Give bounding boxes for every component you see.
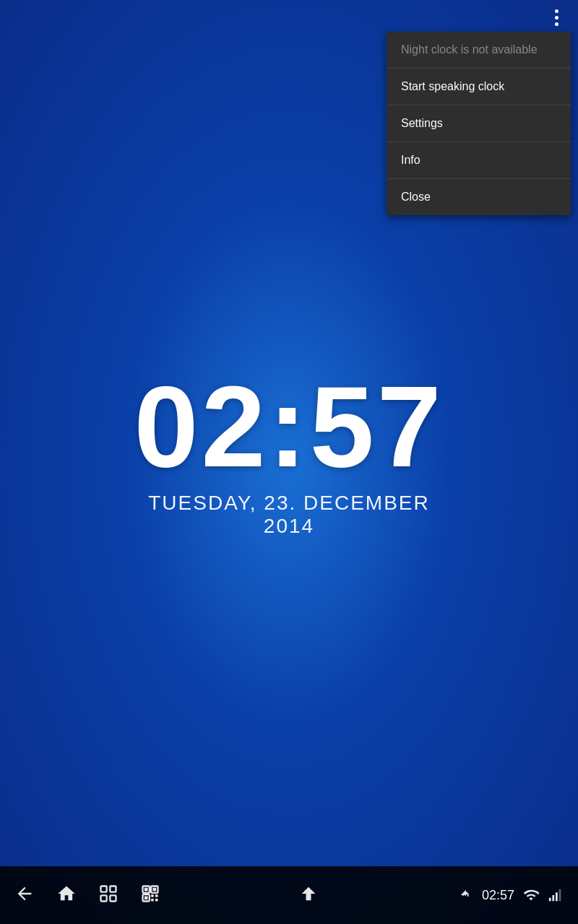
clock-time: 02:57 — [134, 369, 444, 484]
qr-button[interactable] — [140, 884, 160, 907]
svg-rect-11 — [155, 894, 158, 897]
svg-rect-13 — [155, 899, 158, 902]
nav-center-group — [298, 884, 319, 907]
svg-rect-3 — [110, 895, 116, 901]
home-button[interactable] — [56, 884, 77, 907]
menu-item-settings[interactable]: Settings — [387, 105, 571, 142]
up-arrow-icon — [298, 884, 319, 904]
back-arrow-icon — [14, 884, 35, 904]
navigation-bar: 02:57 — [0, 866, 578, 924]
up-button[interactable] — [298, 884, 319, 907]
menu-item-speaking-clock[interactable]: Start speaking clock — [387, 69, 571, 105]
top-bar — [535, 0, 578, 35]
menu-item-close[interactable]: Close — [387, 179, 571, 215]
recents-button[interactable] — [98, 884, 118, 907]
nav-right-group: 02:57 — [457, 887, 564, 903]
svg-rect-7 — [153, 888, 157, 892]
home-icon — [56, 884, 77, 904]
dropdown-menu: Night clock is not available Start speak… — [387, 32, 571, 215]
clock-date: TUESDAY, 23. DECEMBER 2014 — [134, 492, 444, 538]
svg-rect-0 — [101, 886, 107, 892]
qr-icon — [140, 884, 160, 904]
nav-time: 02:57 — [482, 888, 514, 903]
overflow-menu-button[interactable] — [542, 3, 571, 32]
signal-icon — [548, 887, 564, 903]
clock-container: 02:57 TUESDAY, 23. DECEMBER 2014 — [134, 369, 444, 538]
svg-rect-1 — [110, 886, 116, 892]
menu-item-night-clock: Night clock is not available — [387, 32, 571, 69]
more-vert-icon — [555, 9, 558, 26]
svg-rect-14 — [549, 898, 551, 902]
menu-item-info[interactable]: Info — [387, 142, 571, 179]
svg-rect-17 — [559, 889, 561, 902]
svg-rect-2 — [101, 895, 107, 901]
svg-rect-5 — [144, 888, 148, 892]
svg-rect-10 — [151, 894, 154, 897]
nav-left-group — [14, 884, 160, 907]
svg-rect-15 — [552, 895, 554, 901]
recents-icon — [98, 884, 118, 904]
usb-icon — [457, 887, 473, 903]
back-button[interactable] — [14, 884, 35, 907]
svg-rect-16 — [556, 892, 558, 901]
wifi-icon — [523, 887, 539, 903]
svg-rect-9 — [144, 897, 148, 900]
svg-rect-12 — [151, 899, 154, 902]
